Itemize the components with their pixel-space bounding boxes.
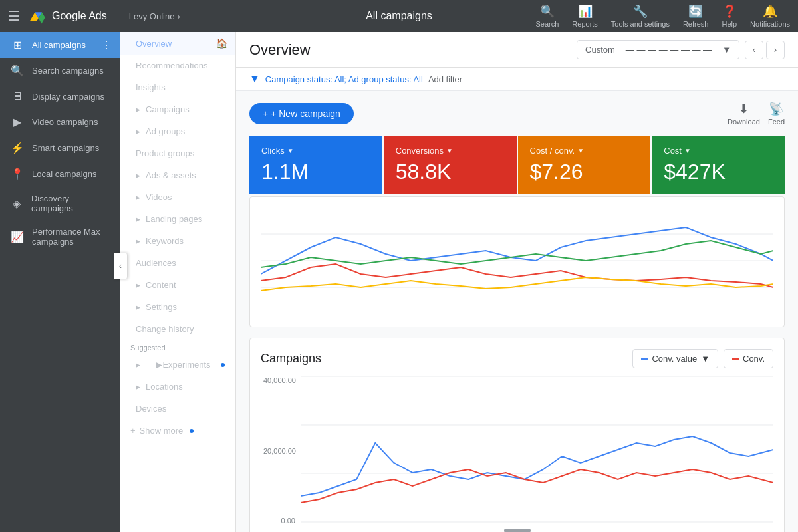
filter-bar: ▼ Campaign status: All; Ad group status:…: [236, 68, 798, 91]
campaigns-line-chart-svg: [301, 376, 773, 523]
discovery-campaigns-icon: ◈: [11, 198, 23, 210]
submenu-item-audiences[interactable]: Audiences: [120, 252, 235, 274]
submenu-item-landing-pages[interactable]: Landing pages: [120, 208, 235, 230]
search-nav-icon: 🔍: [540, 4, 555, 19]
refresh-nav-button[interactable]: 🔄 Refresh: [683, 4, 709, 28]
sidebar-item-performance-max[interactable]: 📈 Performance Max campaigns: [0, 220, 120, 253]
submenu-item-videos[interactable]: Videos: [120, 186, 235, 208]
display-campaigns-icon: 🖥: [11, 90, 24, 102]
submenu-item-show-more[interactable]: + Show more: [120, 420, 235, 442]
cost-label: Cost ▼: [664, 146, 773, 156]
submenu-item-product-groups[interactable]: Product groups: [120, 142, 235, 164]
scrollbar-thumb: [504, 529, 531, 532]
prev-period-button[interactable]: ‹: [745, 41, 763, 59]
notification-dot: [221, 363, 225, 367]
overview-header: Overview Custom — — — — — — — — ▼ ‹ ›: [236, 32, 798, 68]
submenu-item-ads-assets[interactable]: Ads & assets: [120, 164, 235, 186]
sidebar-item-all-campaigns[interactable]: ⊞ All campaigns ⋮: [0, 32, 120, 58]
filter-icon: ▼: [249, 73, 260, 85]
submenu-item-insights[interactable]: Insights: [120, 76, 235, 98]
sidebar-item-video-campaigns[interactable]: ▶ Video campaigns: [0, 109, 120, 135]
clicks-dropdown-arrow: ▼: [287, 147, 294, 154]
add-filter-button[interactable]: Add filter: [428, 74, 462, 84]
sidebar-item-local-campaigns[interactable]: 📍 Local campaigns: [0, 161, 120, 187]
sidebar-item-search-campaigns[interactable]: 🔍 Search campaigns: [0, 58, 120, 84]
filter-status-text[interactable]: Campaign status: All; Ad group status: A…: [265, 74, 423, 84]
submenu-item-experiments[interactable]: ▶ Experiments: [120, 354, 235, 376]
cost-conv-dropdown-arrow: ▼: [577, 147, 584, 154]
conversions-value: 58.8K: [396, 160, 505, 184]
cost-value: $427K: [664, 160, 773, 184]
search-nav-button[interactable]: 🔍 Search: [535, 4, 559, 28]
date-picker[interactable]: Custom — — — — — — — — ▼: [577, 40, 739, 59]
sidebar-item-label: Display campaigns: [32, 92, 104, 102]
sidebar-item-smart-campaigns[interactable]: ⚡ Smart campaigns: [0, 135, 120, 161]
submenu-item-campaigns[interactable]: Campaigns: [120, 98, 235, 120]
search-campaigns-icon: 🔍: [11, 65, 24, 77]
submenu-item-recommendations[interactable]: Recommendations: [120, 55, 235, 76]
feed-button[interactable]: 📡 Feed: [768, 102, 785, 126]
notifications-nav-button[interactable]: 🔔 Notifications: [750, 4, 790, 28]
download-button[interactable]: ⬇ Download: [728, 102, 760, 126]
cost-metric-card[interactable]: Cost ▼ $427K: [652, 136, 785, 194]
submenu-panel: Overview 🏠 Recommendations Insights Camp…: [120, 32, 236, 532]
hamburger-menu[interactable]: ☰: [8, 8, 20, 24]
metrics-row: Clicks ▼ 1.1M Conversions ▼ 58.8K Cost /…: [249, 136, 785, 194]
new-campaign-button[interactable]: + + New campaign: [249, 103, 354, 124]
sidebar-collapse-button[interactable]: ‹: [114, 253, 127, 279]
video-campaigns-icon: ▶: [11, 116, 24, 128]
home-icon: 🏠: [216, 38, 227, 49]
submenu-item-ad-groups[interactable]: Ad groups: [120, 120, 235, 142]
chart-scrollbar[interactable]: [261, 529, 773, 532]
download-icon: ⬇: [739, 102, 749, 116]
client-name[interactable]: Levy Online ›: [118, 11, 180, 21]
submenu-section-suggested: Suggested: [120, 340, 235, 354]
top-navigation: ☰ Google Ads Levy Online › All campaigns…: [0, 0, 798, 32]
overview-title: Overview: [249, 41, 311, 59]
plus-icon: +: [263, 108, 268, 119]
conv-button[interactable]: Conv.: [724, 349, 773, 368]
overview-chart: [249, 196, 785, 327]
conversions-label: Conversions ▼: [396, 146, 505, 156]
more-options-icon[interactable]: ⋮: [101, 39, 112, 51]
feed-icon: 📡: [769, 102, 783, 116]
sidebar-item-discovery-campaigns[interactable]: ◈ Discovery campaigns: [0, 187, 120, 220]
submenu-item-change-history[interactable]: Change history: [120, 318, 235, 340]
conversions-metric-card[interactable]: Conversions ▼ 58.8K: [384, 136, 517, 194]
app-name: Google Ads: [52, 10, 107, 22]
clicks-value: 1.1M: [261, 160, 370, 184]
conv-value-indicator: [641, 358, 648, 360]
page-campaign-title: All campaigns: [366, 10, 432, 22]
conv-value-button[interactable]: Conv. value ▼: [632, 349, 718, 368]
submenu-item-devices[interactable]: Devices: [120, 398, 235, 420]
logo: Google Ads: [28, 7, 107, 25]
submenu-item-settings[interactable]: Settings: [120, 296, 235, 318]
conv-filter-buttons: Conv. value ▼ Conv.: [632, 349, 773, 368]
clicks-metric-card[interactable]: Clicks ▼ 1.1M: [249, 136, 382, 194]
date-range-display: — — — — — — — —: [626, 45, 712, 55]
campaigns-chart-wrapper: 40,000.00 20,000.00 0.00: [261, 376, 773, 532]
reports-icon: 📊: [578, 4, 593, 19]
submenu-item-overview[interactable]: Overview 🏠: [120, 32, 235, 55]
performance-max-icon: 📈: [11, 231, 24, 243]
cost-conv-metric-card[interactable]: Cost / conv. ▼ $7.26: [518, 136, 651, 194]
local-campaigns-icon: 📍: [11, 168, 24, 180]
sidebar-item-display-campaigns[interactable]: 🖥 Display campaigns: [0, 84, 120, 109]
overview-line-chart-svg: [261, 207, 773, 314]
tools-icon: 🔧: [633, 4, 648, 19]
cost-conv-label: Cost / conv. ▼: [530, 146, 639, 156]
submenu-item-keywords[interactable]: Keywords: [120, 230, 235, 252]
y-axis-labels: 40,000.00 20,000.00 0.00: [261, 376, 301, 525]
submenu-item-locations[interactable]: Locations: [120, 376, 235, 398]
sidebar-item-label: Video campaigns: [32, 117, 98, 127]
submenu-item-content[interactable]: Content: [120, 274, 235, 296]
help-nav-button[interactable]: ❓ Help: [722, 4, 737, 28]
sidebar-item-label: All campaigns: [32, 40, 86, 50]
show-more-dot: [190, 429, 194, 433]
header-actions: Custom — — — — — — — — ▼ ‹ ›: [577, 40, 785, 59]
reports-nav-button[interactable]: 📊 Reports: [572, 4, 598, 28]
campaigns-header: Campaigns Conv. value ▼ Conv.: [261, 349, 773, 368]
next-period-button[interactable]: ›: [766, 41, 785, 59]
help-icon: ❓: [722, 4, 737, 19]
tools-nav-button[interactable]: 🔧 Tools and settings: [611, 4, 670, 28]
